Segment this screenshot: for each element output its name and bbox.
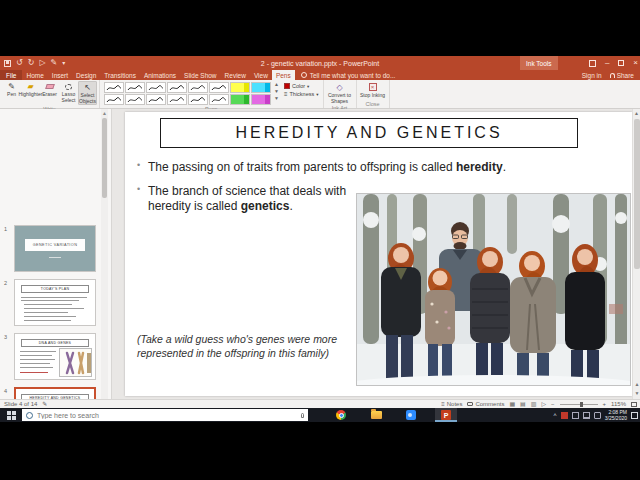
pen-style-tile[interactable]	[125, 94, 145, 105]
next-slide-icon[interactable]: ▼	[633, 389, 640, 398]
highlighter-style-tile-green[interactable]	[230, 94, 250, 105]
ribbon-display-options-icon[interactable]	[589, 60, 596, 67]
stop-inking-button[interactable]: × Stop Inking	[359, 81, 387, 99]
gallery-up-icon[interactable]: ▲	[274, 81, 279, 87]
start-button[interactable]	[0, 408, 22, 422]
zoom-slider[interactable]	[560, 404, 598, 405]
pen-style-tile[interactable]	[104, 82, 124, 93]
pen-style-tile[interactable]	[188, 94, 208, 105]
thumbnail-slide-2[interactable]: TODAY'S PLAN	[14, 279, 96, 326]
thumbnail-slide-1[interactable]: GENETIC VARIATION	[14, 225, 96, 272]
taskbar-powerpoint-button[interactable]: P	[435, 408, 457, 422]
convert-to-shapes-button[interactable]: ◇ Convert to Shapes	[326, 81, 354, 104]
thumbnail-scrollbar[interactable]: ▲	[101, 109, 108, 399]
thumbnail-slide-1-title: GENETIC VARIATION	[25, 239, 85, 251]
tab-slide-show[interactable]: Slide Show	[180, 70, 221, 80]
qat-customize-icon[interactable]: ▾	[62, 60, 65, 66]
family-photo[interactable]	[356, 193, 631, 386]
comments-button[interactable]: Comments	[467, 401, 504, 407]
letterbox-bottom	[0, 422, 640, 480]
scrollbar-thumb[interactable]	[102, 118, 107, 198]
ink-thickness-dropdown[interactable]: ≡ Thickness ▾	[284, 91, 319, 97]
scrollbar-thumb[interactable]	[634, 119, 640, 269]
slideshow-view-icon[interactable]: ▷	[541, 401, 546, 407]
pen-style-tile[interactable]	[209, 94, 229, 105]
taskbar-clock[interactable]: 2:08 PM 3/25/2020	[605, 409, 627, 422]
select-objects-button[interactable]: ↖ Select Objects	[78, 81, 97, 105]
restore-icon[interactable]	[618, 60, 624, 66]
highlighter-style-tile-yellow[interactable]	[230, 82, 250, 93]
tell-me-box[interactable]: Tell me what you want to do...	[295, 70, 402, 80]
highlighter-style-tile-cyan[interactable]	[251, 82, 271, 93]
minimize-icon[interactable]: –	[605, 59, 609, 67]
tab-animations[interactable]: Animations	[140, 70, 180, 80]
tray-app-icon[interactable]	[572, 412, 579, 419]
text-line	[20, 359, 55, 360]
highlighter-button[interactable]: ▰ Highlighter	[21, 81, 40, 98]
fit-slide-to-window-icon[interactable]	[631, 402, 637, 407]
zoom-out-icon[interactable]: −	[551, 401, 555, 407]
pen-style-tile[interactable]	[146, 94, 166, 105]
highlighter-style-tile-magenta[interactable]	[251, 94, 271, 105]
save-icon[interactable]	[4, 60, 11, 67]
pen-style-tile[interactable]	[146, 82, 166, 93]
windows-logo-icon	[7, 411, 16, 420]
zoom-slider-thumb[interactable]	[580, 402, 583, 407]
tab-view[interactable]: View	[250, 70, 272, 80]
search-input[interactable]	[37, 412, 297, 419]
volume-icon[interactable]	[594, 412, 601, 419]
slideshow-start-icon[interactable]: ▷	[39, 59, 45, 67]
microphone-icon[interactable]	[301, 413, 304, 418]
taskbar-chrome-button[interactable]	[330, 408, 352, 422]
scroll-up-icon[interactable]: ▲	[633, 109, 640, 118]
tab-pens[interactable]: Pens	[272, 70, 295, 80]
thumbnail-slide-3-title: DNA AND GENES	[21, 339, 90, 347]
previous-slide-icon[interactable]: ▲	[633, 380, 640, 389]
taskbar-search[interactable]	[22, 409, 308, 421]
share-button[interactable]: Share	[610, 72, 634, 79]
pen-style-tile[interactable]	[167, 82, 187, 93]
slide-canvas[interactable]: HEREDITY AND GENETICS The passing on of …	[125, 112, 632, 396]
tab-file[interactable]: File	[0, 70, 22, 80]
pen-style-gallery[interactable]	[104, 82, 271, 105]
zoom-in-icon[interactable]: +	[603, 401, 607, 407]
text-line	[21, 300, 79, 301]
gallery-more-icon[interactable]: ▼	[274, 95, 279, 101]
thumbnail-slide-3[interactable]: DNA AND GENES	[14, 333, 96, 380]
slide-scrollbar[interactable]: ▲ ▲ ▼	[632, 109, 640, 399]
lasso-select-button[interactable]: Lasso Select	[59, 81, 78, 103]
taskbar-app-button[interactable]	[400, 408, 422, 422]
thumbnail-slide-4[interactable]: HEREDITY AND GENETICS	[14, 387, 96, 399]
pen-style-tile[interactable]	[104, 94, 124, 105]
pen-style-tile[interactable]	[209, 82, 229, 93]
pen-style-tile[interactable]	[125, 82, 145, 93]
taskbar-file-explorer-button[interactable]	[365, 408, 387, 422]
slide-sorter-view-icon[interactable]: ▤	[520, 401, 526, 407]
eraser-button[interactable]: Eraser	[40, 81, 59, 98]
tray-expand-icon[interactable]: ˄	[553, 412, 557, 418]
pen-style-tile[interactable]	[188, 82, 208, 93]
tab-insert[interactable]: Insert	[48, 70, 72, 80]
text-line	[24, 312, 68, 313]
normal-view-icon[interactable]: ▦	[509, 401, 515, 407]
ink-color-dropdown[interactable]: Color ▾	[284, 83, 319, 89]
zoom-level[interactable]: 115%	[611, 401, 626, 407]
sign-in-link[interactable]: Sign in	[582, 72, 602, 79]
slide-title-placeholder[interactable]: HEREDITY AND GENETICS	[160, 118, 578, 148]
notes-button[interactable]: ≡ Notes	[441, 401, 462, 407]
tab-design[interactable]: Design	[72, 70, 100, 80]
close-icon[interactable]: ×	[633, 59, 638, 67]
tab-home[interactable]: Home	[22, 70, 47, 80]
pen-mode-icon[interactable]: ✎	[51, 59, 58, 67]
scroll-up-icon[interactable]: ▲	[101, 109, 108, 117]
pen-style-tile[interactable]	[167, 94, 187, 105]
action-center-icon[interactable]	[631, 412, 638, 419]
reading-view-icon[interactable]: ▥	[531, 401, 537, 407]
display-icon[interactable]	[583, 412, 590, 419]
redo-icon[interactable]: ↻	[28, 59, 35, 67]
tray-app-icon[interactable]	[561, 412, 568, 419]
tab-transitions[interactable]: Transitions	[100, 70, 140, 80]
tab-review[interactable]: Review	[221, 70, 250, 80]
undo-icon[interactable]: ↺	[16, 59, 23, 67]
gallery-down-icon[interactable]: ▼	[274, 88, 279, 94]
